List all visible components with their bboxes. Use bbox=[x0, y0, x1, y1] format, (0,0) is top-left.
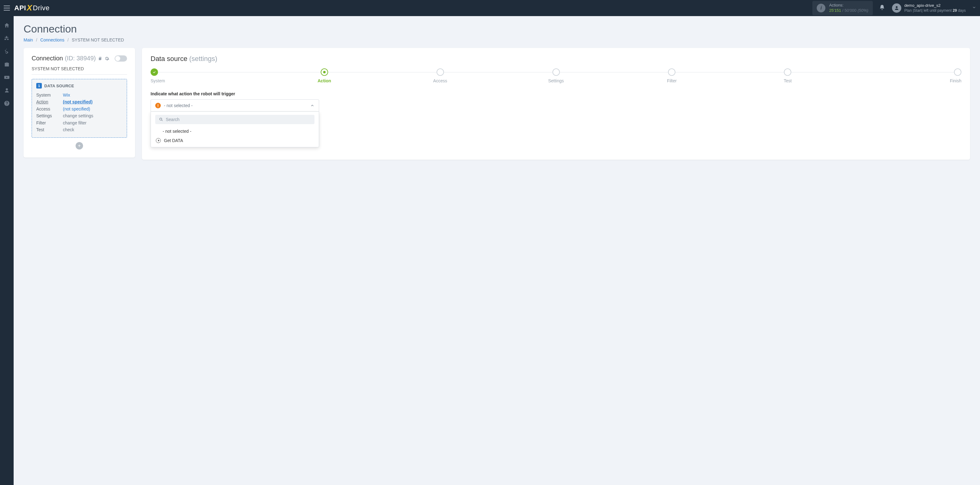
actions-pct: (50%) bbox=[858, 8, 869, 13]
step-settings[interactable]: Settings bbox=[498, 68, 614, 83]
notifications-icon[interactable] bbox=[879, 4, 885, 12]
home-icon[interactable] bbox=[4, 22, 10, 29]
help-icon[interactable] bbox=[4, 100, 10, 106]
sidebar bbox=[0, 16, 14, 485]
info-icon: i bbox=[817, 4, 826, 13]
search-box[interactable] bbox=[155, 115, 315, 124]
breadcrumb: Main / Connections / SYSTEM NOT SELECTED bbox=[24, 38, 970, 43]
actions-used: 25'151 bbox=[829, 8, 841, 13]
connection-toggle[interactable] bbox=[115, 55, 127, 62]
connection-title: Connection bbox=[32, 55, 63, 62]
svg-line-1 bbox=[161, 120, 162, 121]
step-system[interactable]: System bbox=[151, 68, 266, 83]
warning-icon: ! bbox=[155, 103, 161, 108]
settings-subtitle: (settings) bbox=[189, 55, 217, 62]
breadcrumb-current: SYSTEM NOT SELECTED bbox=[72, 38, 124, 43]
chevron-up-icon bbox=[310, 103, 315, 108]
step-badge: 1 bbox=[36, 83, 42, 89]
sitemap-icon[interactable] bbox=[4, 35, 10, 41]
ds-key[interactable]: Settings bbox=[36, 113, 63, 119]
gear-icon[interactable] bbox=[104, 56, 109, 61]
topbar: APIXDrive i Actions: 25'151 / 50'000 (50… bbox=[0, 0, 980, 16]
logo-part3: Drive bbox=[33, 4, 49, 12]
ds-label: DATA SOURCE bbox=[44, 84, 74, 88]
actions-total: / 50'000 bbox=[842, 8, 856, 13]
settings-card: Data source (settings) SystemActionAcces… bbox=[142, 48, 970, 160]
logo-part1: API bbox=[14, 4, 26, 12]
search-icon bbox=[159, 117, 163, 122]
main-content: Connection Main / Connections / SYSTEM N… bbox=[14, 16, 980, 485]
ds-key[interactable]: Action bbox=[36, 98, 63, 105]
actions-counter[interactable]: i Actions: 25'151 / 50'000 (50%) bbox=[812, 1, 872, 15]
ds-key[interactable]: Filter bbox=[36, 119, 63, 126]
user-menu[interactable]: demo_apix-drive_s2 Plan |Start| left unt… bbox=[892, 3, 966, 13]
ds-key[interactable]: System bbox=[36, 92, 63, 98]
step-filter[interactable]: Filter bbox=[614, 68, 730, 83]
user-icon[interactable] bbox=[4, 87, 10, 94]
dollar-icon[interactable] bbox=[4, 48, 10, 54]
breadcrumb-main[interactable]: Main bbox=[24, 38, 33, 43]
ds-value[interactable]: check bbox=[63, 126, 74, 133]
ds-value[interactable]: (not specified) bbox=[63, 98, 93, 105]
step-access[interactable]: Access bbox=[382, 68, 498, 83]
chevron-down-icon[interactable] bbox=[966, 5, 976, 11]
user-plan: Plan |Start| left until payment 29 days bbox=[904, 8, 966, 13]
ds-value[interactable]: Wix bbox=[63, 92, 70, 98]
ds-value[interactable]: (not specified) bbox=[63, 106, 90, 113]
ds-value[interactable]: change settings bbox=[63, 113, 93, 119]
connection-id: (ID: 38949) bbox=[65, 55, 96, 62]
step-action[interactable]: Action bbox=[266, 68, 382, 83]
step-test[interactable]: Test bbox=[730, 68, 846, 83]
connection-card: Connection (ID: 38949) SYSTEM NOT SELECT… bbox=[24, 48, 135, 157]
action-select[interactable]: ! - not selected - bbox=[151, 99, 319, 112]
actions-label: Actions: bbox=[829, 3, 868, 8]
logo[interactable]: APIXDrive bbox=[14, 3, 49, 13]
search-input[interactable] bbox=[166, 117, 311, 122]
select-value: - not selected - bbox=[164, 103, 307, 108]
avatar-icon bbox=[892, 3, 901, 13]
connection-subtitle: SYSTEM NOT SELECTED bbox=[32, 66, 127, 74]
ds-key[interactable]: Access bbox=[36, 106, 63, 113]
youtube-icon[interactable] bbox=[4, 74, 10, 81]
user-name: demo_apix-drive_s2 bbox=[904, 3, 966, 8]
copy-icon[interactable] bbox=[98, 56, 103, 61]
ds-value[interactable]: change filter bbox=[63, 119, 86, 126]
briefcase-icon[interactable] bbox=[4, 61, 10, 68]
ds-key[interactable]: Test bbox=[36, 126, 63, 133]
add-button[interactable]: + bbox=[76, 142, 83, 149]
breadcrumb-connections[interactable]: Connections bbox=[40, 38, 64, 43]
prompt-label: Indicate what action the robot will trig… bbox=[151, 91, 961, 96]
settings-title: Data source bbox=[151, 55, 189, 62]
dropdown-option[interactable]: Get DATA bbox=[155, 136, 315, 145]
svg-point-0 bbox=[159, 118, 162, 120]
step-finish[interactable]: Finish bbox=[846, 68, 961, 83]
data-source-box[interactable]: 1 DATA SOURCE SystemWixAction(not specif… bbox=[32, 79, 127, 138]
dropdown-option[interactable]: - not selected - bbox=[155, 127, 315, 136]
stepper: SystemActionAccessSettingsFilterTestFini… bbox=[151, 68, 961, 83]
play-icon bbox=[156, 138, 161, 143]
action-dropdown: - not selected -Get DATA bbox=[151, 112, 319, 147]
menu-toggle[interactable] bbox=[4, 6, 10, 11]
page-title: Connection bbox=[24, 23, 970, 35]
logo-part2: X bbox=[27, 3, 32, 13]
